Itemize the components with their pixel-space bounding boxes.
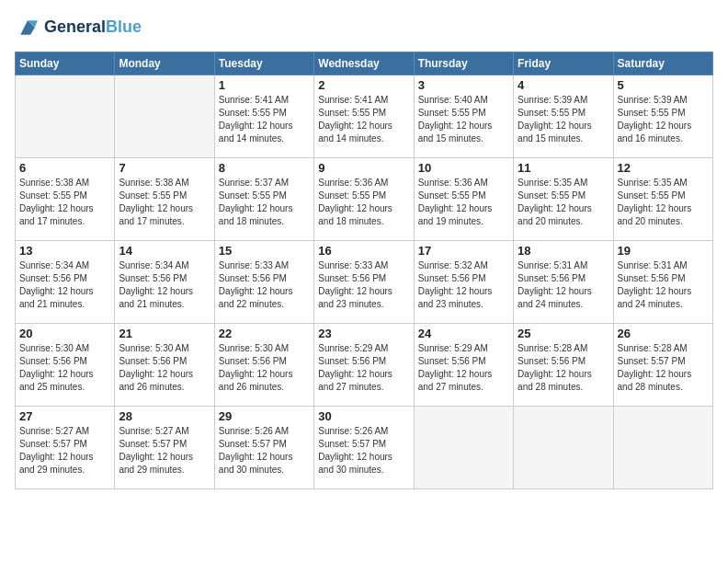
day-number: 7 [119,161,210,175]
calendar-cell: 24Sunrise: 5:29 AM Sunset: 5:56 PM Dayli… [414,324,513,407]
day-number: 16 [318,244,409,258]
day-info: Sunrise: 5:29 AM Sunset: 5:56 PM Dayligh… [418,342,509,394]
weekday-header: Thursday [414,52,513,75]
day-number: 22 [219,327,310,340]
day-number: 21 [119,327,210,340]
calendar-cell: 4Sunrise: 5:39 AM Sunset: 5:55 PM Daylig… [514,75,613,158]
calendar-cell [613,407,712,489]
day-number: 10 [418,161,509,175]
day-number: 6 [19,161,110,175]
day-info: Sunrise: 5:30 AM Sunset: 5:56 PM Dayligh… [219,342,310,394]
day-number: 12 [618,161,709,175]
day-info: Sunrise: 5:39 AM Sunset: 5:55 PM Dayligh… [618,94,709,145]
weekday-header: Monday [115,52,214,75]
calendar-cell: 15Sunrise: 5:33 AM Sunset: 5:56 PM Dayli… [214,241,313,324]
weekday-header: Tuesday [214,52,313,75]
calendar-cell: 12Sunrise: 5:35 AM Sunset: 5:55 PM Dayli… [613,158,712,241]
calendar-week-row: 27Sunrise: 5:27 AM Sunset: 5:57 PM Dayli… [16,407,713,489]
day-info: Sunrise: 5:35 AM Sunset: 5:55 PM Dayligh… [618,177,709,228]
day-info: Sunrise: 5:29 AM Sunset: 5:56 PM Dayligh… [318,342,409,394]
calendar-cell: 13Sunrise: 5:34 AM Sunset: 5:56 PM Dayli… [16,241,115,324]
day-number: 25 [518,327,609,340]
calendar-cell: 25Sunrise: 5:28 AM Sunset: 5:56 PM Dayli… [514,324,613,407]
day-number: 3 [418,78,509,92]
day-info: Sunrise: 5:34 AM Sunset: 5:56 PM Dayligh… [119,259,210,311]
logo-text: GeneralBlue [44,18,142,37]
calendar-cell: 2Sunrise: 5:41 AM Sunset: 5:55 PM Daylig… [314,75,414,158]
day-number: 29 [219,409,310,423]
calendar-cell: 16Sunrise: 5:33 AM Sunset: 5:56 PM Dayli… [314,241,414,324]
day-info: Sunrise: 5:28 AM Sunset: 5:56 PM Dayligh… [518,342,609,394]
day-number: 19 [618,244,709,258]
day-info: Sunrise: 5:26 AM Sunset: 5:57 PM Dayligh… [318,425,409,477]
calendar-cell: 21Sunrise: 5:30 AM Sunset: 5:56 PM Dayli… [115,324,214,407]
day-info: Sunrise: 5:35 AM Sunset: 5:55 PM Dayligh… [518,177,609,228]
calendar-cell: 7Sunrise: 5:38 AM Sunset: 5:55 PM Daylig… [115,158,214,241]
calendar-cell: 23Sunrise: 5:29 AM Sunset: 5:56 PM Dayli… [314,324,414,407]
weekday-header: Wednesday [314,52,414,75]
day-info: Sunrise: 5:30 AM Sunset: 5:56 PM Dayligh… [19,342,110,394]
day-number: 24 [418,327,509,340]
page-header: GeneralBlue [15,15,713,40]
day-info: Sunrise: 5:41 AM Sunset: 5:55 PM Dayligh… [219,94,310,145]
calendar-cell: 9Sunrise: 5:36 AM Sunset: 5:55 PM Daylig… [314,158,414,241]
weekday-header: Saturday [613,52,712,75]
day-info: Sunrise: 5:34 AM Sunset: 5:56 PM Dayligh… [19,259,110,311]
day-number: 30 [318,409,409,423]
weekday-header-row: SundayMondayTuesdayWednesdayThursdayFrid… [16,52,713,75]
calendar-week-row: 20Sunrise: 5:30 AM Sunset: 5:56 PM Dayli… [16,324,713,407]
day-info: Sunrise: 5:40 AM Sunset: 5:55 PM Dayligh… [418,94,509,145]
day-info: Sunrise: 5:26 AM Sunset: 5:57 PM Dayligh… [219,425,310,477]
day-info: Sunrise: 5:37 AM Sunset: 5:55 PM Dayligh… [219,177,310,228]
calendar-cell: 29Sunrise: 5:26 AM Sunset: 5:57 PM Dayli… [214,407,313,489]
calendar-cell: 6Sunrise: 5:38 AM Sunset: 5:55 PM Daylig… [16,158,115,241]
day-number: 20 [19,327,110,340]
calendar-cell: 11Sunrise: 5:35 AM Sunset: 5:55 PM Dayli… [514,158,613,241]
calendar-cell: 5Sunrise: 5:39 AM Sunset: 5:55 PM Daylig… [613,75,712,158]
day-number: 8 [219,161,310,175]
logo-icon [15,15,40,40]
calendar-week-row: 13Sunrise: 5:34 AM Sunset: 5:56 PM Dayli… [16,241,713,324]
weekday-header: Friday [514,52,613,75]
day-number: 26 [618,327,709,340]
day-info: Sunrise: 5:38 AM Sunset: 5:55 PM Dayligh… [19,177,110,228]
day-info: Sunrise: 5:38 AM Sunset: 5:55 PM Dayligh… [119,177,210,228]
day-number: 1 [219,78,310,92]
day-info: Sunrise: 5:39 AM Sunset: 5:55 PM Dayligh… [518,94,609,145]
logo: GeneralBlue [15,15,142,40]
day-number: 13 [19,244,110,258]
day-number: 28 [119,409,210,423]
day-number: 4 [518,78,609,92]
calendar-cell [115,75,214,158]
calendar-cell: 19Sunrise: 5:31 AM Sunset: 5:56 PM Dayli… [613,241,712,324]
calendar-cell: 14Sunrise: 5:34 AM Sunset: 5:56 PM Dayli… [115,241,214,324]
calendar-cell: 20Sunrise: 5:30 AM Sunset: 5:56 PM Dayli… [16,324,115,407]
day-number: 17 [418,244,509,258]
calendar-cell [16,75,115,158]
day-number: 15 [219,244,310,258]
weekday-header: Sunday [16,52,115,75]
day-info: Sunrise: 5:27 AM Sunset: 5:57 PM Dayligh… [119,425,210,477]
day-info: Sunrise: 5:31 AM Sunset: 5:56 PM Dayligh… [618,259,709,311]
day-number: 27 [19,409,110,423]
day-number: 23 [318,327,409,340]
day-number: 5 [618,78,709,92]
day-info: Sunrise: 5:32 AM Sunset: 5:56 PM Dayligh… [418,259,509,311]
calendar-cell: 27Sunrise: 5:27 AM Sunset: 5:57 PM Dayli… [16,407,115,489]
day-info: Sunrise: 5:41 AM Sunset: 5:55 PM Dayligh… [318,94,409,145]
calendar-cell [514,407,613,489]
calendar-cell: 26Sunrise: 5:28 AM Sunset: 5:57 PM Dayli… [613,324,712,407]
calendar-cell: 30Sunrise: 5:26 AM Sunset: 5:57 PM Dayli… [314,407,414,489]
day-number: 2 [318,78,409,92]
day-info: Sunrise: 5:30 AM Sunset: 5:56 PM Dayligh… [119,342,210,394]
calendar-week-row: 1Sunrise: 5:41 AM Sunset: 5:55 PM Daylig… [16,75,713,158]
calendar-cell: 8Sunrise: 5:37 AM Sunset: 5:55 PM Daylig… [214,158,313,241]
calendar-cell: 1Sunrise: 5:41 AM Sunset: 5:55 PM Daylig… [214,75,313,158]
day-number: 11 [518,161,609,175]
calendar-cell [414,407,513,489]
calendar-cell: 28Sunrise: 5:27 AM Sunset: 5:57 PM Dayli… [115,407,214,489]
day-number: 18 [518,244,609,258]
day-number: 9 [318,161,409,175]
calendar-cell: 3Sunrise: 5:40 AM Sunset: 5:55 PM Daylig… [414,75,513,158]
calendar-cell: 10Sunrise: 5:36 AM Sunset: 5:55 PM Dayli… [414,158,513,241]
